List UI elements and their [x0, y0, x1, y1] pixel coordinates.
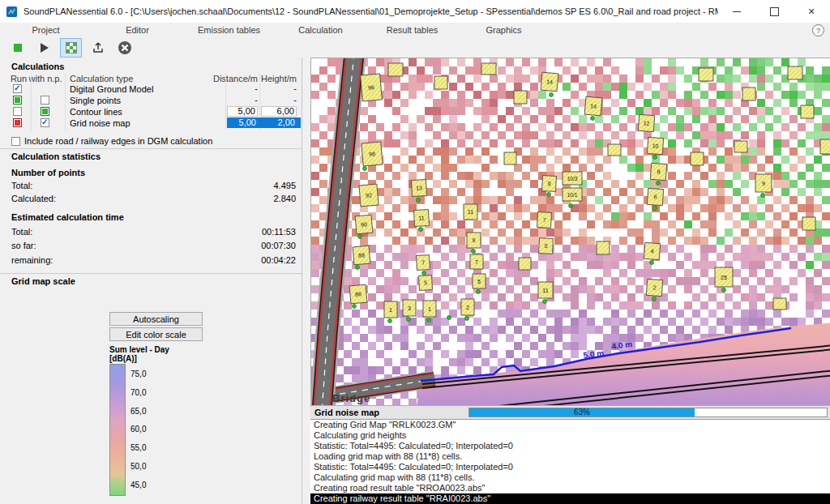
building-number: 6: [653, 194, 657, 199]
distance-cell[interactable]: 5,00: [227, 106, 258, 117]
building: 11: [413, 210, 429, 227]
building: [504, 152, 516, 164]
edit-color-scale-button[interactable]: Edit color scale: [109, 327, 203, 341]
run-checkbox[interactable]: [13, 84, 22, 93]
progress-fill: 63%: [469, 408, 695, 416]
time-total-label: Total:: [11, 227, 32, 237]
building: 98: [362, 142, 383, 166]
building: 1: [423, 301, 436, 317]
building-number: 5: [424, 280, 427, 285]
building-number: 5: [544, 243, 547, 249]
time-remaining-label: remaining:: [11, 255, 53, 265]
building: 86: [349, 284, 367, 304]
building-number: 9: [762, 181, 765, 186]
building-number: 88: [358, 252, 365, 258]
map-view[interactable]: 5.0 m4.0 m969892908886131213117511975975…: [310, 58, 830, 405]
cancel-button[interactable]: [113, 38, 135, 58]
calculation-log[interactable]: Creating Grid Map "RRLK0023.GM"Calculati…: [310, 419, 830, 504]
run-checkbox[interactable]: [13, 118, 22, 127]
height-cell[interactable]: 2,00: [261, 117, 297, 128]
points-header: Number of points: [11, 168, 85, 177]
menu-editor[interactable]: Editor: [92, 25, 183, 35]
progress-percent: 63%: [469, 408, 695, 416]
run-checkbox[interactable]: [13, 107, 22, 116]
log-line: Creating road result table "RROA0023.abs…: [310, 483, 830, 493]
building-number: 7: [475, 259, 478, 265]
maximize-button[interactable]: [755, 0, 793, 23]
dgm-edges-checkbox-row[interactable]: Include road / railway edges in DGM calc…: [11, 136, 212, 146]
calc-row[interactable]: Contour lines5,006,00: [0, 106, 302, 117]
log-line: Statistic: Total=4495: Calculated=0; Int…: [310, 462, 830, 472]
receiver-point: [550, 93, 554, 97]
minimize-button[interactable]: [718, 0, 755, 23]
building: 3: [403, 300, 416, 316]
building-number: 1: [428, 306, 431, 312]
log-line: Creating railway result table "RRAI0023.…: [310, 493, 830, 504]
building: 7: [417, 255, 430, 271]
np-checkbox[interactable]: [41, 107, 49, 116]
np-checkbox[interactable]: [41, 96, 49, 105]
building-number: 86: [355, 291, 362, 297]
building: 11: [538, 282, 553, 298]
building-number: 8: [657, 169, 660, 174]
building: 9: [467, 233, 481, 248]
building-number: 13: [416, 185, 422, 190]
menu-calculation[interactable]: Calculation: [275, 25, 366, 35]
building-number: 10/3: [567, 176, 578, 182]
building: 96: [361, 74, 383, 101]
points-calculated-label: Calculated:: [11, 194, 56, 203]
autoscaling-button[interactable]: Autoscaling: [109, 312, 203, 326]
building: 9: [755, 174, 772, 192]
menu-graphics[interactable]: Graphics: [458, 25, 550, 35]
building: 8: [650, 163, 666, 180]
np-checkbox[interactable]: [41, 118, 49, 127]
calc-row[interactable]: Grid noise map5,002,00: [0, 117, 302, 129]
color-scale-ticks: 75,070,065,060,055,050,045,0: [130, 364, 146, 496]
export-icon: [92, 41, 105, 54]
building: [820, 139, 830, 154]
grid-map-scale-header: Grid map scale: [11, 276, 75, 286]
building-number: 11: [468, 209, 473, 215]
receiver-point: [407, 318, 411, 322]
legend-title: Sum level - Day: [109, 345, 169, 354]
window-title: SoundPLANessential 6.0 - [C:\Users\joche…: [24, 6, 718, 16]
building: [608, 144, 621, 156]
play-icon: [41, 43, 49, 53]
window-controls: ✕: [718, 0, 830, 23]
menu-result-tables[interactable]: Result tables: [366, 25, 458, 35]
calc-row[interactable]: Digital Ground Model--: [0, 83, 302, 95]
noise-map[interactable]: 5.0 m4.0 m969892908886131213117511975975…: [311, 58, 830, 405]
stop-button[interactable]: [6, 38, 28, 58]
building: 10: [647, 137, 663, 154]
menu-project[interactable]: Project: [0, 25, 92, 35]
close-button[interactable]: ✕: [793, 0, 830, 23]
menu-emission-tables[interactable]: Emission tables: [183, 25, 275, 35]
building: [388, 63, 403, 76]
building-number: 10/1: [567, 192, 578, 198]
height-cell[interactable]: 6,00: [261, 106, 297, 117]
progress-bar: 63%: [468, 408, 828, 417]
building: [481, 63, 496, 75]
log-line: Calculating grid heights: [310, 430, 830, 441]
building: [801, 105, 814, 118]
building-number: 4: [650, 248, 653, 254]
log-line: Statistic: Total=4495: Calculated=0; Int…: [310, 441, 830, 451]
run-checkbox[interactable]: [13, 96, 22, 105]
log-line: Calculating grid map with 88 (11*8) cell…: [310, 472, 830, 483]
building: [691, 152, 704, 165]
grid-calculation-button[interactable]: [60, 38, 82, 58]
height-cell: -: [261, 83, 297, 94]
start-calculation-button[interactable]: [33, 38, 55, 58]
calc-row[interactable]: Single points--: [0, 95, 302, 106]
building-number: 9: [473, 237, 476, 243]
height-cell: -: [261, 95, 297, 105]
dgm-edges-checkbox[interactable]: [11, 137, 20, 146]
building-number: 92: [366, 192, 372, 199]
receiver-point: [569, 204, 573, 208]
help-icon[interactable]: ?: [812, 24, 824, 36]
receiver-point: [472, 250, 476, 254]
building-number: 11: [418, 215, 425, 220]
color-scale-bar: [109, 364, 126, 496]
distance-cell[interactable]: 5,00: [227, 117, 258, 128]
export-button[interactable]: [87, 38, 109, 58]
